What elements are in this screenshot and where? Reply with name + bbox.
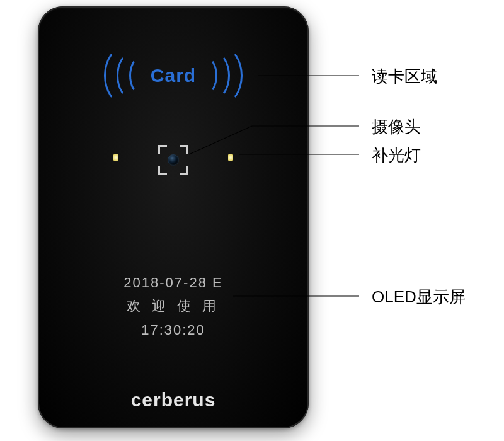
rf-wave-icon — [104, 47, 144, 105]
card-label: Card — [151, 65, 196, 86]
oled-screen: 2018-07-28 E 欢 迎 使 用 17:30:20 — [123, 271, 222, 341]
fill-light-led — [228, 154, 233, 161]
card-read-area: Card — [91, 57, 255, 94]
focus-frame-icon — [180, 145, 188, 154]
fill-light-led — [113, 154, 118, 161]
card-reader-device: Card 2018-07-28 E 欢 迎 使 用 17:30:20 cerbe… — [38, 6, 309, 428]
focus-frame-icon — [180, 166, 188, 175]
screen-welcome: 欢 迎 使 用 — [123, 294, 222, 318]
focus-frame-icon — [158, 145, 167, 154]
camera-lens-icon — [168, 154, 179, 166]
screen-date: 2018-07-28 E — [123, 271, 222, 294]
callout-oled: OLED显示屏 — [372, 286, 466, 308]
callout-led: 补光灯 — [372, 144, 421, 166]
brand-logo: cerberus — [131, 389, 216, 411]
callout-camera: 摄像头 — [372, 116, 421, 138]
callout-card-area: 读卡区域 — [372, 66, 437, 88]
screen-time: 17:30:20 — [123, 318, 222, 341]
focus-frame-icon — [158, 166, 167, 175]
camera — [158, 145, 188, 175]
camera-row — [38, 139, 309, 176]
rf-wave-icon — [202, 47, 243, 105]
